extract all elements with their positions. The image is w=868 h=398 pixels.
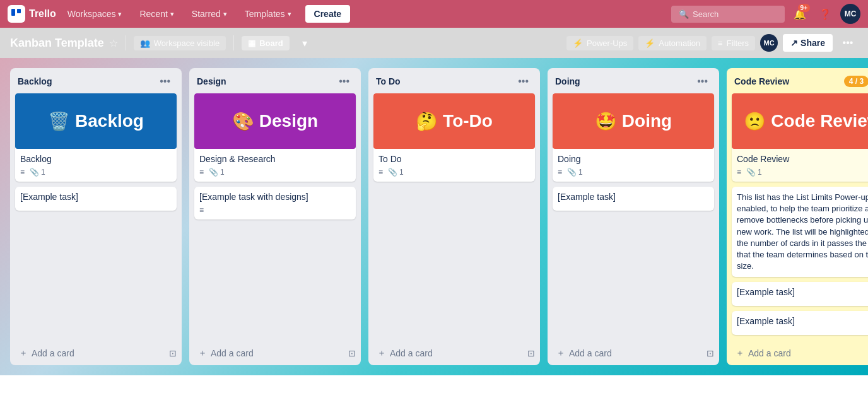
card-title-todo: To Do <box>378 154 530 164</box>
add-card-button-doing[interactable]: ＋ Add a card <box>553 345 707 361</box>
card-cover-design: 🎨 Design <box>194 93 356 149</box>
view-more-button[interactable]: ▾ <box>295 33 315 53</box>
plus-icon: ＋ <box>198 348 207 359</box>
search-box[interactable]: 🔍 <box>671 6 785 23</box>
share-button[interactable]: ↗ Share <box>783 34 833 52</box>
card-cover-code-review: 🙁 Code Review <box>732 93 868 149</box>
lines-icon: ≡ <box>737 168 741 177</box>
add-card-button-todo[interactable]: ＋ Add a card <box>373 345 527 361</box>
attachment-icon: 📎 <box>30 168 39 177</box>
list-menu-button-backlog[interactable]: ••• <box>156 74 174 88</box>
card-cover-doing: 🤩 Doing <box>553 93 714 149</box>
add-card-button-code-review[interactable]: ＋ Add a card <box>732 345 868 361</box>
attachment-badge: 📎 1 <box>567 168 583 177</box>
attachment-icon: 📎 <box>567 168 577 177</box>
card-title-code-review: Code Review <box>737 154 868 164</box>
card-cover-image-code-review: 🙁 Code Review <box>732 93 868 149</box>
card-design-task[interactable]: [Example task with designs] ≡ <box>194 187 356 219</box>
card-doing-task[interactable]: [Example task] <box>553 187 714 211</box>
compose-icon-todo[interactable]: ⊡ <box>527 348 535 358</box>
attachment-badge: 📎 1 <box>209 168 225 177</box>
card-doing-cover[interactable]: 🤩 Doing Doing ≡ 📎 1 <box>553 93 714 182</box>
card-title-backlog-task: [Example task] <box>20 192 172 202</box>
divider <box>233 35 234 50</box>
card-title-code-review-task1: [Example task] <box>737 287 868 297</box>
templates-menu[interactable]: Templates ▾ <box>238 5 298 23</box>
board-menu-button[interactable]: ••• <box>838 33 858 53</box>
search-input[interactable] <box>693 9 768 19</box>
list-menu-button-design[interactable]: ••• <box>335 74 353 88</box>
notification-badge: 9+ <box>798 4 810 12</box>
help-button[interactable]: ❓ <box>815 4 835 24</box>
lines-icon: ≡ <box>20 168 25 177</box>
list-body-code-review: 🙁 Code Review Code Review ≡ 📎 1 Th <box>727 93 868 340</box>
starred-menu[interactable]: Starred ▾ <box>185 5 233 23</box>
list-header-todo: To Do ••• <box>368 68 540 93</box>
card-cover-image-doing: 🤩 Doing <box>553 93 714 149</box>
card-cover-emoji: 🤩 <box>595 111 617 132</box>
attachment-badge: 📎 1 <box>746 168 762 177</box>
list-title-design: Design <box>197 76 226 86</box>
workspaces-menu[interactable]: Workspaces ▾ <box>61 5 129 23</box>
list-menu-button-todo[interactable]: ••• <box>514 74 532 88</box>
workspace-icon: 👥 <box>140 38 150 48</box>
workspace-visibility-button[interactable]: 👥 Workspace visible <box>134 36 226 50</box>
card-design-cover[interactable]: 🎨 Design Design & Research ≡ 📎 1 <box>194 93 356 182</box>
card-cover-image-todo: 🤔 To-Do <box>373 93 535 149</box>
board-title[interactable]: Kanban Template <box>10 37 104 50</box>
avatar[interactable]: MC <box>840 4 860 24</box>
list-todo: To Do ••• 🤔 To-Do To Do ≡ <box>368 68 540 365</box>
list-body-doing: 🤩 Doing Doing ≡ 📎 1 [Example task] <box>548 93 719 340</box>
card-badges-todo: ≡ 📎 1 <box>378 168 530 177</box>
board-member-avatar[interactable]: MC <box>760 34 778 52</box>
add-card-row-backlog: ＋ Add a card ⊡ <box>10 340 182 365</box>
card-badges-design-task: ≡ <box>199 206 351 214</box>
add-card-button-design[interactable]: ＋ Add a card <box>194 345 348 361</box>
card-backlog-task[interactable]: [Example task] <box>15 187 177 211</box>
list-menu-button-doing[interactable]: ••• <box>693 74 712 88</box>
card-todo-cover[interactable]: 🤔 To-Do To Do ≡ 📎 1 <box>373 93 535 182</box>
chevron-down-icon: ▾ <box>223 10 227 18</box>
add-card-row-doing: ＋ Add a card ⊡ <box>548 340 719 365</box>
board-background: Backlog ••• 🗑️ Backlog Backlog ≡ <box>0 58 868 375</box>
svg-rect-1 <box>17 9 21 13</box>
plus-icon: ＋ <box>377 348 386 359</box>
create-button[interactable]: Create <box>305 5 351 23</box>
card-code-review-task1[interactable]: [Example task] <box>732 282 868 306</box>
card-badges-doing: ≡ 📎 1 <box>558 168 709 177</box>
card-code-review-cover[interactable]: 🙁 Code Review Code Review ≡ 📎 1 <box>732 93 868 182</box>
code-review-description: This list has the List Limits Power-up e… <box>732 187 868 277</box>
chevron-down-icon: ▾ <box>170 10 174 18</box>
card-cover-emoji: 🎨 <box>232 111 254 132</box>
trello-logo[interactable] <box>8 5 25 23</box>
recent-menu[interactable]: Recent ▾ <box>133 5 180 23</box>
power-ups-icon: ⚡ <box>573 38 583 48</box>
board-view-button[interactable]: ▦ Board <box>242 36 290 50</box>
list-title-todo: To Do <box>376 76 401 86</box>
attachment-icon: 📎 <box>388 168 397 177</box>
card-backlog-cover[interactable]: 🗑️ Backlog Backlog ≡ 📎 1 <box>15 93 177 182</box>
automation-button[interactable]: ⚡ Automation <box>638 36 707 50</box>
compose-icon-doing[interactable]: ⊡ <box>707 348 714 358</box>
board-canvas: Backlog ••• 🗑️ Backlog Backlog ≡ <box>0 58 868 375</box>
compose-icon-backlog[interactable]: ⊡ <box>169 348 177 358</box>
card-title-design-task: [Example task with designs] <box>199 192 351 202</box>
list-title-backlog: Backlog <box>18 76 52 86</box>
list-doing: Doing ••• 🤩 Doing Doing ≡ <box>548 68 719 365</box>
card-code-review-task2[interactable]: [Example task] <box>732 311 868 335</box>
list-backlog: Backlog ••• 🗑️ Backlog Backlog ≡ <box>10 68 182 365</box>
card-cover-todo: 🤔 To-Do <box>373 93 535 149</box>
compose-icon-design[interactable]: ⊡ <box>348 348 356 358</box>
divider <box>126 35 126 50</box>
board-icon: ▦ <box>248 38 255 48</box>
filters-button[interactable]: ≡ Filters <box>712 36 755 50</box>
add-card-button-backlog[interactable]: ＋ Add a card <box>15 345 169 361</box>
star-button[interactable]: ☆ <box>109 37 118 49</box>
lines-icon: ≡ <box>199 206 204 214</box>
card-cover-image-backlog: 🗑️ Backlog <box>15 93 177 149</box>
notifications-button[interactable]: 🔔 9+ <box>790 4 810 24</box>
chevron-down-icon: ▾ <box>288 10 291 18</box>
limit-badge: 4 / 3 <box>844 76 868 87</box>
power-ups-button[interactable]: ⚡ Power-Ups <box>566 36 633 50</box>
add-card-row-todo: ＋ Add a card ⊡ <box>368 340 540 365</box>
